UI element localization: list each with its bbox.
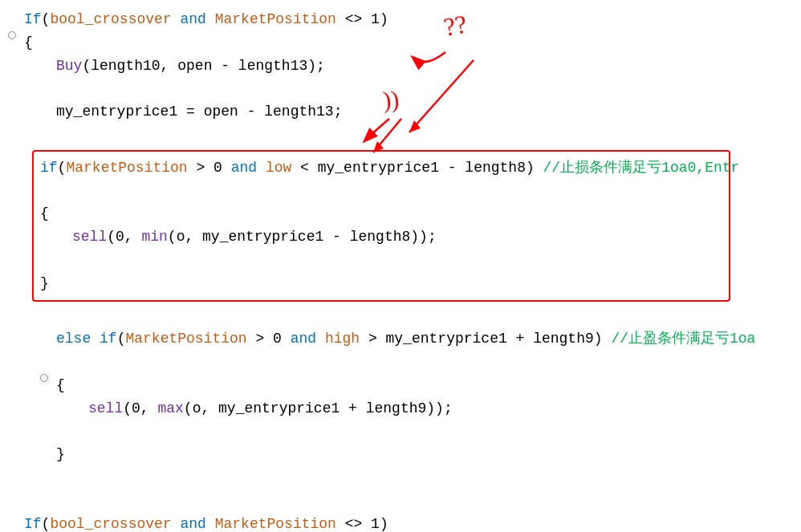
code-line-blank-4 [24, 351, 801, 374]
gt-entryprice: > my_entryprice1 + length9) [360, 327, 611, 351]
buy-params: (length10, open - length13); [82, 55, 324, 78]
red-box-stoploss: if(MarketPosition > 0 and low < my_entry… [32, 150, 730, 302]
code-editor: If(bool_crossover and MarketPosition <> … [0, 0, 801, 532]
else-if-paren: ( [117, 327, 126, 351]
else-if-line: else if(MarketPosition > 0 and high > my… [56, 327, 801, 351]
func-buy: Buy [56, 55, 82, 78]
code-line-3: Buy(length10, open - length13); [56, 55, 801, 78]
var-market-position-1: MarketPosition [215, 8, 336, 31]
code-line-last: If(bool_crossover and MarketPosition <> … [24, 513, 801, 532]
var-market-position-last: MarketPosition [215, 513, 336, 532]
var-entryprice1: my_entryprice1 = open - length13; [56, 100, 342, 124]
inner-brace-open-text: { [40, 202, 49, 225]
func-min: min [141, 225, 167, 249]
inner-blank-2 [40, 249, 722, 272]
keyword-and-else: and [291, 327, 316, 351]
sell-1-params: (0, [107, 225, 141, 249]
breakpoint-dot-2[interactable] [40, 374, 48, 382]
lt-entryprice: < my_entryprice1 - length8) [291, 156, 543, 180]
min-params: (o, my_entryprice1 - length8)); [168, 225, 437, 249]
func-sell-2: sell [88, 397, 123, 420]
keyword-inner-if: if [40, 156, 58, 180]
comment-stoploss: //止损条件满足亏1oa0,Entr [543, 156, 740, 180]
inner-if-line: if(MarketPosition > 0 and low < my_entry… [40, 156, 722, 180]
keyword-and-last: and [172, 513, 215, 532]
operator-neq-last: <> 1) [336, 513, 388, 532]
high-gt-space [316, 327, 325, 351]
inner-brace-close-text: } [40, 272, 49, 295]
breakpoint-dot[interactable] [8, 31, 16, 39]
var-high: high [325, 327, 360, 351]
outer-brace-open-2: { [56, 374, 801, 397]
keyword-and-inner: and [231, 156, 257, 180]
else-gt-0: > 0 [247, 327, 291, 351]
inner-brace-open: { [40, 202, 722, 225]
func-max: max [157, 397, 183, 420]
brace-open-2-text: { [56, 374, 65, 397]
code-line-2: { [24, 31, 801, 55]
var-bool-crossover-last: bool_crossover [50, 513, 171, 532]
code-line-4: my_entryprice1 = open - length13; [56, 100, 801, 124]
keyword-else-if: else if [56, 327, 117, 351]
paren-open: ( [42, 8, 51, 31]
var-market-position-3: MarketPosition [125, 327, 246, 351]
low-lt [257, 156, 266, 180]
keyword-if-last: If [24, 513, 42, 532]
operator-neq: <> 1) [336, 8, 388, 31]
keyword-and-1: and [172, 8, 215, 31]
var-bool-crossover: bool_crossover [50, 8, 171, 31]
gutter-2 [0, 31, 24, 39]
sell-line-2: sell(0, max(o, my_entryprice1 + length9)… [88, 397, 801, 420]
var-low: low [266, 156, 291, 180]
inner-blank-1 [40, 180, 722, 203]
comment-takeprofit: //止盈条件满足亏1oa [611, 327, 755, 351]
func-sell-1: sell [72, 225, 107, 249]
code-line-blank-3 [24, 305, 801, 328]
gt-0: > 0 [188, 156, 231, 180]
outer-brace-close-2: } [56, 443, 801, 466]
code-line-blank-1 [24, 77, 801, 100]
keyword-if: If [24, 8, 42, 31]
max-params: (o, my_entryprice1 + length9)); [184, 397, 453, 420]
var-market-position-2: MarketPosition [66, 156, 187, 180]
code-line-blank-6 [24, 466, 801, 489]
brace-open-outer: { [24, 31, 33, 55]
inner-brace-close: } [40, 272, 722, 295]
brace-close-2-text: } [56, 443, 65, 466]
sell-2-params: (0, [123, 397, 157, 420]
paren-last: ( [42, 513, 51, 532]
code-line-1: If(bool_crossover and MarketPosition <> … [24, 8, 801, 31]
code-line-blank-7 [24, 489, 801, 513]
inner-sell-line: sell(0, min(o, my_entryprice1 - length8)… [72, 225, 722, 249]
gutter-brace2 [32, 374, 56, 382]
code-line-blank-5 [24, 420, 801, 444]
code-line-blank-2 [24, 124, 801, 147]
inner-if-paren: ( [58, 156, 67, 180]
